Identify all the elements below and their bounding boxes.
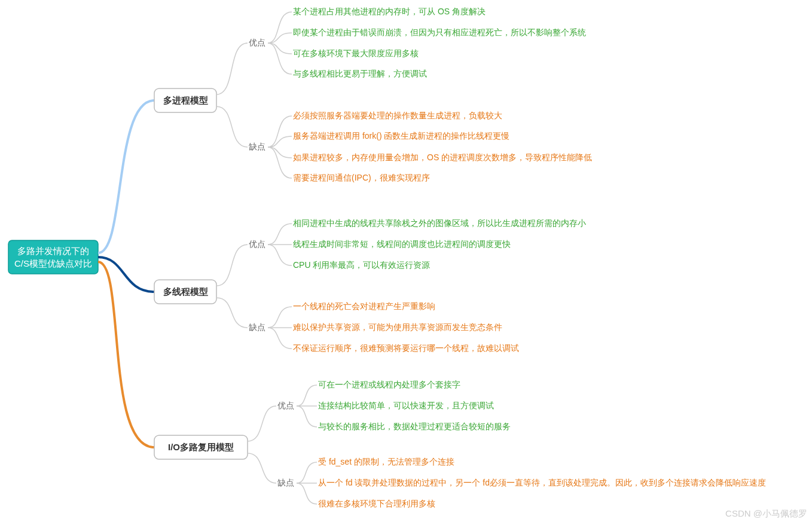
root-node[interactable]: 多路并发情况下的 C/S模型优缺点对比 xyxy=(8,240,98,274)
branch-2[interactable]: I/O多路复用模型 xyxy=(154,435,248,459)
b2-adv-2: 与较长的服务相比，数据处理过程更适合较短的服务 xyxy=(318,422,511,431)
b1-adv-0: 相同进程中生成的线程共享除栈之外的图像区域，所以比生成进程所需的内存小 xyxy=(293,218,586,228)
connector-b0-adv xyxy=(216,43,248,94)
b1-dis-1: 难以保护共享资源，可能为使用共享资源而发生竞态条件 xyxy=(292,322,502,332)
b2-dis-0: 受 fd_set 的限制，无法管理多个连接 xyxy=(318,457,454,466)
b2-dis-label: 缺点 xyxy=(277,478,294,487)
b2-adv-1: 连接结构比较简单，可以快速开发，且方便调试 xyxy=(318,401,494,410)
b0-adv-0: 某个进程占用其他进程的内存时，可从 OS 角度解决 xyxy=(293,7,486,16)
root-line1: 多路并发情况下的 xyxy=(17,246,89,256)
b0-dis-label: 缺点 xyxy=(249,142,265,151)
b0-dis-0: 必须按照服务器端要处理的操作数量生成进程，负载较大 xyxy=(293,111,502,120)
b1-dis-0: 一个线程的死亡会对进程产生严重影响 xyxy=(293,301,435,311)
b0-dis-3: 需要进程间通信(IPC)，很难实现程序 xyxy=(293,173,430,182)
b0-adv-2: 可在多核环境下最大限度应用多核 xyxy=(293,48,419,58)
watermark: CSDN @小马佩德罗 xyxy=(725,508,807,518)
connector-b2-adv xyxy=(248,406,276,441)
connector-root-b0 xyxy=(98,100,154,253)
connector-b1-adv xyxy=(216,245,248,286)
root-line2: C/S模型优缺点对比 xyxy=(14,258,92,268)
branch-1[interactable]: 多线程模型 xyxy=(154,280,216,304)
b1-dis-2: 不保证运行顺序，很难预测将要运行哪一个线程，故难以调试 xyxy=(293,343,519,353)
connector-b1-dis xyxy=(216,298,248,328)
b2-adv-0: 可在一个进程或线程内处理多个套接字 xyxy=(318,380,460,389)
b0-adv-3: 与多线程相比更易于理解，方便调试 xyxy=(293,69,427,78)
connector-root-b1 xyxy=(98,257,154,292)
connector-b0-dis xyxy=(216,106,248,147)
connector-b2-dis xyxy=(248,453,276,483)
b2-adv-label: 优点 xyxy=(277,401,294,410)
b0-adv-1: 即使某个进程由于错误而崩溃，但因为只有相应进程死亡，所以不影响整个系统 xyxy=(293,28,586,37)
b0-dis-2: 如果进程较多，内存使用量会增加，OS 的进程调度次数增多，导致程序性能降低 xyxy=(293,152,592,162)
b1-adv-2: CPU 利用率最高，可以有效运行资源 xyxy=(293,260,430,270)
b1-adv-label: 优点 xyxy=(249,239,265,249)
branch-0-label: 多进程模型 xyxy=(163,95,208,105)
branch-2-label: I/O多路复用模型 xyxy=(168,442,234,452)
b0-adv-label: 优点 xyxy=(249,38,265,47)
branch-1-label: 多线程模型 xyxy=(163,286,208,297)
b1-adv-1: 线程生成时间非常短，线程间的调度也比进程间的调度更快 xyxy=(293,239,511,249)
b2-dis-1: 从一个 fd 读取并处理数据的过程中，另一个 fd必须一直等待，直到该处理完成。… xyxy=(318,478,766,487)
b2-dis-2: 很难在多核环境下合理利用多核 xyxy=(318,499,435,508)
b0-dis-1: 服务器端进程调用 fork() 函数生成新进程的操作比线程更慢 xyxy=(293,131,509,141)
b1-dis-label: 缺点 xyxy=(249,322,265,332)
branch-0[interactable]: 多进程模型 xyxy=(154,88,216,112)
